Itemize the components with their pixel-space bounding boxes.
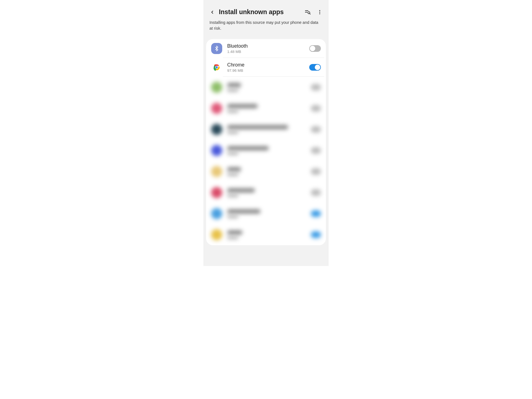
- blurred-icon: [211, 166, 222, 177]
- header: Install unknown apps Installing: [203, 0, 329, 35]
- bluetooth-icon: [211, 43, 222, 54]
- blurred-toggle: [311, 189, 321, 196]
- app-size: 1.48 MB: [227, 50, 309, 54]
- app-row-blurred: [206, 77, 326, 98]
- blurred-text: [227, 209, 306, 218]
- blurred-icon: [211, 103, 222, 114]
- blurred-toggle: [311, 168, 321, 175]
- toggle-bluetooth[interactable]: [309, 45, 321, 52]
- back-button[interactable]: [209, 9, 216, 16]
- blurred-text: [227, 104, 306, 113]
- svg-point-6: [319, 13, 320, 14]
- svg-line-3: [310, 13, 310, 14]
- blurred-toggle: [311, 126, 321, 133]
- blurred-text: [227, 146, 306, 155]
- blurred-icon: [211, 208, 222, 219]
- app-row-blurred: [206, 182, 326, 203]
- blurred-icon: [211, 82, 222, 93]
- page-title: Install unknown apps: [219, 8, 301, 16]
- blurred-text: [227, 125, 306, 134]
- toggle-knob: [310, 46, 315, 51]
- app-row-chrome[interactable]: Chrome 97.96 MB: [206, 58, 326, 77]
- more-vertical-icon: [317, 9, 323, 15]
- chrome-icon: [211, 62, 222, 73]
- blurred-icon: [211, 187, 222, 198]
- blurred-toggle: [311, 210, 321, 217]
- app-row-blurred: [206, 161, 326, 182]
- settings-screen: Install unknown apps Installing: [203, 0, 329, 266]
- blurred-toggle: [311, 147, 321, 154]
- blurred-text: [227, 167, 306, 176]
- app-list: Bluetooth 1.48 MB Chrome: [206, 39, 326, 245]
- svg-point-5: [319, 12, 320, 12]
- blurred-icon: [211, 229, 222, 240]
- header-actions: [304, 9, 323, 16]
- app-row-blurred: [206, 203, 326, 224]
- more-options-button[interactable]: [316, 9, 323, 16]
- blurred-icon: [211, 124, 222, 135]
- blurred-toggle: [311, 84, 321, 91]
- page-subtitle: Installing apps from this source may put…: [209, 20, 323, 31]
- blurred-text: [227, 83, 306, 92]
- app-row-blurred: [206, 119, 326, 140]
- toggle-chrome[interactable]: [309, 64, 321, 71]
- app-row-bluetooth[interactable]: Bluetooth 1.48 MB: [206, 39, 326, 58]
- header-row: Install unknown apps: [209, 8, 323, 16]
- app-name: Bluetooth: [227, 43, 309, 49]
- blurred-toggle: [311, 105, 321, 112]
- toggle-knob: [315, 65, 320, 70]
- chevron-left-icon: [210, 10, 215, 15]
- app-row-blurred: [206, 140, 326, 161]
- svg-point-4: [319, 10, 320, 11]
- app-size: 97.96 MB: [227, 68, 309, 73]
- app-row-blurred: [206, 224, 326, 245]
- blurred-text: [227, 230, 306, 239]
- app-row-blurred: [206, 98, 326, 119]
- app-name: Chrome: [227, 62, 309, 68]
- blurred-apps: [206, 77, 326, 245]
- app-info: Bluetooth 1.48 MB: [227, 43, 309, 54]
- blurred-icon: [211, 145, 222, 156]
- blurred-text: [227, 188, 306, 197]
- app-info: Chrome 97.96 MB: [227, 62, 309, 73]
- search-list-icon: [305, 9, 311, 15]
- blurred-toggle: [311, 231, 321, 238]
- search-filter-button[interactable]: [304, 9, 311, 16]
